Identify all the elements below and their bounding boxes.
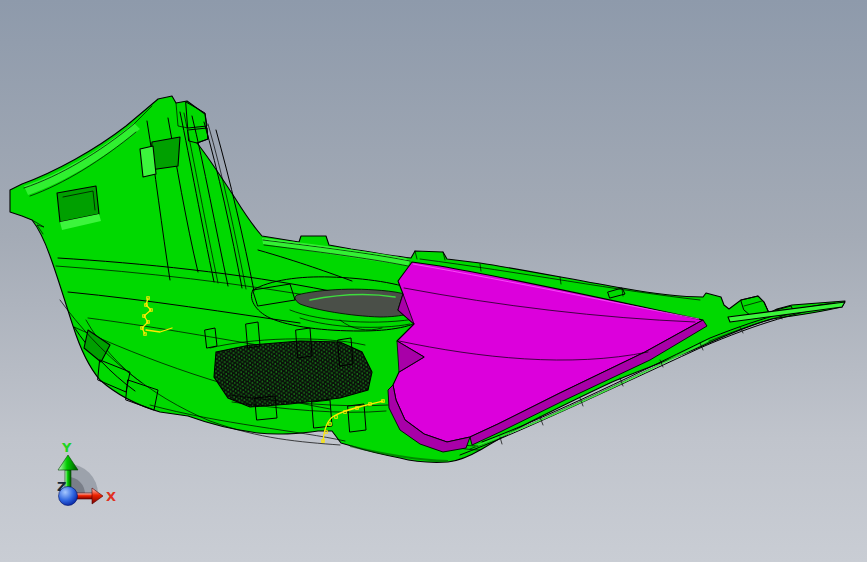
cad-canvas[interactable]: Z Y X — [0, 0, 867, 562]
axis-label-x: X — [106, 489, 116, 504]
cad-viewport[interactable]: Z Y X — [0, 0, 867, 562]
axis-label-y: Y — [61, 440, 72, 455]
z-axis-sphere — [59, 487, 78, 506]
